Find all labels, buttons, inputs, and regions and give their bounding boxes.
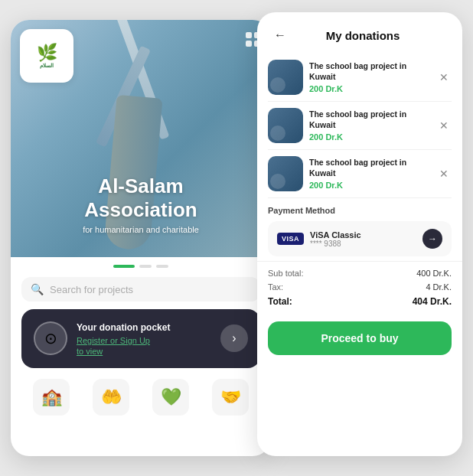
dot-2[interactable] (139, 265, 152, 268)
subtotal-label: Sub total: (268, 269, 303, 278)
category-handshake[interactable]: 🤝 (212, 379, 249, 416)
category-help[interactable]: 🤲 (93, 379, 129, 416)
item-name-2: The school bag project in Kuwait (309, 109, 430, 130)
visa-badge: VISA (277, 233, 304, 245)
donation-list: The school bag project in Kuwait 200 Dr.… (257, 54, 462, 198)
item-info-3: The school bag project in Kuwait 200 Dr.… (309, 158, 430, 189)
item-info-2: The school bag project in Kuwait 200 Dr.… (309, 109, 430, 141)
search-bar[interactable]: 🔍 Search for projects (21, 277, 260, 302)
search-input[interactable]: Search for projects (50, 284, 133, 295)
item-price-2: 200 Dr.K (309, 132, 430, 142)
dot-1[interactable] (113, 265, 135, 268)
payment-arrow[interactable]: → (422, 229, 442, 249)
logo[interactable]: 🌿 السلام (20, 29, 73, 83)
item-thumbnail-3 (268, 156, 303, 191)
top-up-button[interactable]: › (220, 324, 248, 352)
pocket-icon: ⊙ (34, 321, 67, 355)
payment-method-row[interactable]: VISA ViSA Classic **** 9388 → (268, 221, 452, 256)
hero-title: Al-SalamAssociation (11, 174, 271, 222)
pocket-label: Your donation pocket (77, 322, 170, 333)
item-info-1: The school bag project in Kuwait 200 Dr.… (309, 61, 430, 93)
logo-icon: 🌿 (37, 43, 57, 63)
item-price-1: 200 Dr.K (309, 84, 430, 93)
donation-item-1: The school bag project in Kuwait 200 Dr.… (268, 54, 452, 102)
category-icons: 🏫 🤲 💚 🤝 (11, 368, 271, 423)
page-title: My donations (297, 29, 450, 42)
back-button[interactable]: ← (269, 24, 291, 46)
search-icon: 🔍 (31, 283, 44, 295)
payment-section-label: Payment Method (268, 206, 452, 215)
subtotal-value: 400 Dr.K. (416, 269, 452, 278)
dot-3[interactable] (156, 265, 168, 268)
register-link[interactable]: Register or Sign Upto view (77, 335, 211, 357)
donation-item-3: The school bag project in Kuwait 200 Dr.… (268, 150, 452, 198)
right-header: ← My donations (257, 12, 462, 54)
pocket-text: Your donation pocket Register or Sign Up… (77, 320, 211, 357)
item-price-3: 200 Dr.K (309, 181, 430, 190)
total-value: 404 Dr.K. (413, 296, 452, 307)
total-label: Total: (268, 296, 292, 307)
item-name-3: The school bag project in Kuwait (309, 158, 430, 178)
tax-label: Tax: (268, 282, 283, 292)
item-thumbnail-1 (268, 60, 303, 95)
visa-info: ViSA Classic **** 9388 (310, 230, 416, 248)
logo-text: السلام (40, 63, 54, 69)
donation-item-2: The school bag project in Kuwait 200 Dr.… (268, 102, 452, 150)
remove-item-2[interactable]: ✕ (436, 116, 452, 135)
item-name-1: The school bag project in Kuwait (309, 61, 430, 82)
payment-section: Payment Method VISA ViSA Classic **** 93… (257, 198, 462, 261)
proceed-buy-button[interactable]: Proceed to buy (268, 321, 452, 355)
hero-text: Al-SalamAssociation for humanitarian and… (11, 174, 271, 234)
right-card: ← My donations The school bag project in… (257, 12, 462, 456)
tax-row: Tax: 4 Dr.K. (268, 280, 452, 294)
item-thumbnail-2 (268, 108, 303, 143)
donation-pocket: ⊙ Your donation pocket Register or Sign … (21, 309, 260, 368)
carousel-dots (11, 257, 271, 272)
visa-name: ViSA Classic (310, 230, 416, 240)
visa-number: **** 9388 (310, 240, 416, 248)
totals-section: Sub total: 400 Dr.K. Tax: 4 Dr.K. Total:… (257, 261, 462, 314)
hero-subtitle: for humanitarian and charitable (11, 225, 271, 234)
category-green[interactable]: 💚 (152, 379, 189, 416)
hero-image: 🌿 السلام Al-SalamAssociation for humanit… (11, 20, 271, 257)
remove-item-3[interactable]: ✕ (436, 165, 452, 183)
category-education[interactable]: 🏫 (33, 379, 70, 416)
tax-value: 4 Dr.K. (426, 282, 452, 292)
grand-total-row: Total: 404 Dr.K. (268, 294, 452, 309)
remove-item-1[interactable]: ✕ (436, 68, 452, 86)
subtotal-row: Sub total: 400 Dr.K. (268, 266, 452, 280)
left-card: 🌿 السلام Al-SalamAssociation for humanit… (11, 20, 271, 456)
